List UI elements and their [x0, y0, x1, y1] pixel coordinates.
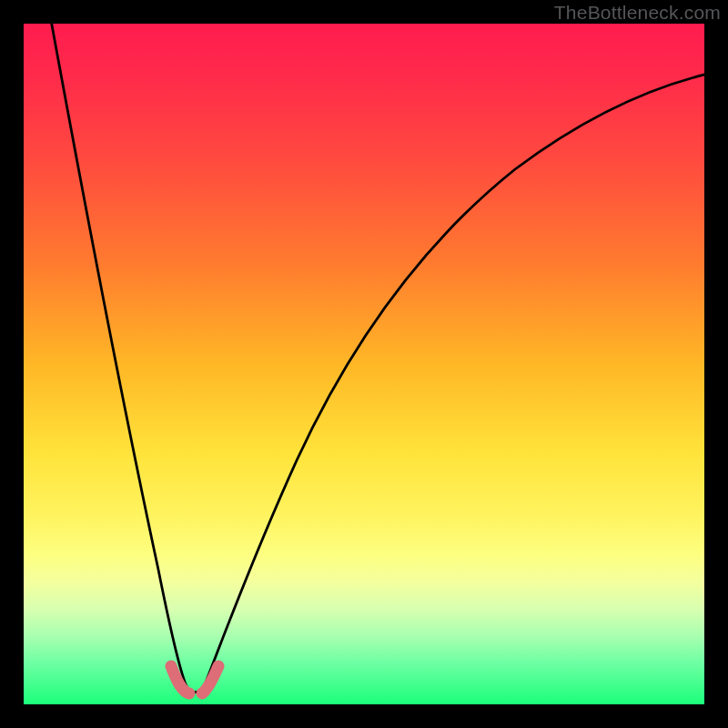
- chart-plot-area: [24, 24, 704, 704]
- optimum-highlight: [171, 666, 218, 693]
- curve-left-branch: [51, 24, 186, 684]
- curve-right-branch: [186, 74, 704, 693]
- bottleneck-curve-svg: [24, 24, 704, 704]
- watermark-text: TheBottleneck.com: [554, 2, 721, 24]
